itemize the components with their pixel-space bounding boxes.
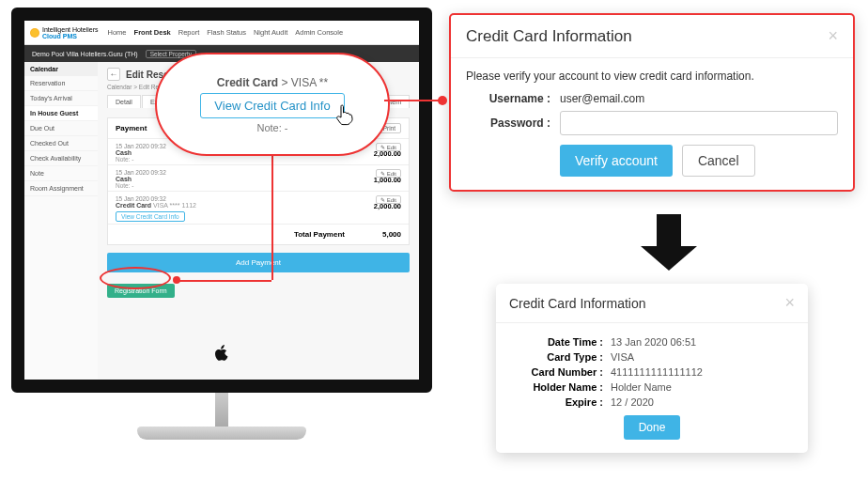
registration-form-button[interactable]: Registration Form [107, 284, 175, 298]
tab-detail[interactable]: Detail [107, 95, 141, 108]
topnav-frontdesk[interactable]: Front Desk [134, 28, 171, 37]
edit-button[interactable]: ✎ Edit [376, 195, 401, 204]
cursor-hand-icon [334, 103, 355, 131]
cancel-button[interactable]: Cancel [682, 145, 755, 177]
sidebar-item-roomassign[interactable]: Room Assignment [24, 181, 98, 196]
payment-method: Cash [116, 149, 134, 156]
payment-note: Note: - [116, 182, 134, 189]
sidebar-item-checkavail[interactable]: Check Availability [24, 151, 98, 166]
logo: Intelligent Hoteliers Cloud PMS [30, 26, 99, 39]
annotation-line [179, 280, 271, 282]
done-button[interactable]: Done [624, 415, 681, 440]
annotation-dot [438, 96, 447, 105]
payment-date: 15 Jan 2020 09:32 [116, 169, 401, 176]
topnav-adminconsole[interactable]: Admin Console [295, 28, 343, 37]
view-credit-card-info-button[interactable]: View Credit Card Info [116, 211, 185, 222]
cc-info-modal: Credit Card Information × Date Time :13 … [496, 284, 808, 453]
total-amount: 5,000 [382, 230, 401, 239]
cardtype-value: VISA [611, 351, 634, 363]
view-credit-card-info-button-large[interactable]: View Credit Card Info [200, 93, 344, 118]
cardtype-label: Card Type : [509, 351, 603, 363]
payment-method: Credit Card VISA **** 1112 [116, 202, 196, 209]
topnav-home[interactable]: Home [108, 28, 127, 37]
sidebar-item-checkedout[interactable]: Checked Out [24, 136, 98, 151]
payment-date: 15 Jan 2020 09:32 [116, 195, 401, 202]
edit-button[interactable]: ✎ Edit [376, 169, 401, 178]
close-icon[interactable]: × [828, 26, 838, 46]
edit-button[interactable]: ✎ Edit [376, 143, 401, 151]
annotation-dot [173, 276, 180, 284]
topnav-nightaudit[interactable]: Night Audit [254, 28, 287, 37]
sun-icon [30, 28, 39, 38]
sidebar-item-dueout[interactable]: Due Out [24, 121, 98, 136]
expire-value: 12 / 2020 [611, 396, 654, 408]
total-row: Total Payment 5,000 [108, 224, 409, 244]
callout-bubble: Credit Card > VISA ** View Credit Card I… [155, 53, 390, 156]
cardnumber-value: 4111111111111112 [611, 366, 703, 378]
pms-header: Intelligent Hoteliers Cloud PMS Home Fro… [24, 21, 419, 45]
total-label: Total Payment [294, 230, 345, 239]
arrow-down-icon [641, 214, 697, 271]
sidebar-item-inhouse[interactable]: In House Guest [24, 106, 98, 121]
datetime-label: Date Time : [509, 336, 603, 348]
expire-label: Expire : [509, 396, 603, 408]
payment-note: Note: - [116, 156, 134, 163]
username-value: user@email.com [560, 92, 644, 105]
payment-title: Payment [116, 124, 147, 132]
callout-title: Credit Card > VISA ** [217, 76, 328, 89]
holdername-label: Holder Name : [509, 381, 603, 393]
apple-logo-icon [214, 345, 229, 366]
callout-note: Note: - [256, 122, 287, 133]
monitor-stand-neck [215, 393, 228, 427]
verify-message: Please verify your account to view credi… [466, 70, 838, 83]
sidebar: Calendar Reservation Today's Arrival In … [24, 62, 98, 380]
back-button[interactable]: ← [107, 68, 120, 81]
property-name: Demo Pool Villa Hoteliers.Guru (TH) [32, 51, 138, 57]
topnav-report[interactable]: Report [178, 28, 200, 37]
password-input[interactable] [560, 111, 838, 135]
annotation-line [384, 100, 441, 101]
verify-account-button[interactable]: Verify account [560, 145, 673, 177]
modal-title: Credit Card Information [509, 296, 646, 311]
payment-item: ✎ Edit 15 Jan 2020 09:32 Cash Note: - 1,… [108, 164, 409, 191]
cardnumber-label: Card Number : [509, 366, 603, 378]
datetime-value: 13 Jan 2020 06:51 [611, 336, 696, 348]
verify-modal: Credit Card Information × Please verify … [449, 13, 855, 192]
annotation-line [271, 150, 273, 254]
logo-text: Intelligent Hoteliers Cloud PMS [42, 26, 99, 39]
modal-title: Credit Card Information [466, 27, 632, 46]
close-icon[interactable]: × [784, 293, 795, 313]
sidebar-item-note[interactable]: Note [24, 166, 98, 181]
sidebar-item-reservation[interactable]: Reservation [24, 76, 98, 91]
holdername-value: Holder Name [611, 381, 672, 393]
sidebar-head: Calendar [24, 62, 98, 76]
payment-item-cc: ✎ Edit 15 Jan 2020 09:32 Credit Card VIS… [108, 191, 409, 224]
username-label: Username : [466, 92, 550, 105]
annotation-line [271, 253, 273, 280]
add-payment-button[interactable]: Add Payment [107, 253, 410, 272]
payment-method: Cash [116, 176, 134, 182]
top-nav: Home Front Desk Report Flash Status Nigh… [108, 28, 344, 37]
password-label: Password : [466, 116, 550, 130]
monitor-stand-base [137, 427, 306, 440]
sidebar-item-todays-arrival[interactable]: Today's Arrival [24, 91, 98, 106]
topnav-flashstatus[interactable]: Flash Status [207, 28, 246, 37]
